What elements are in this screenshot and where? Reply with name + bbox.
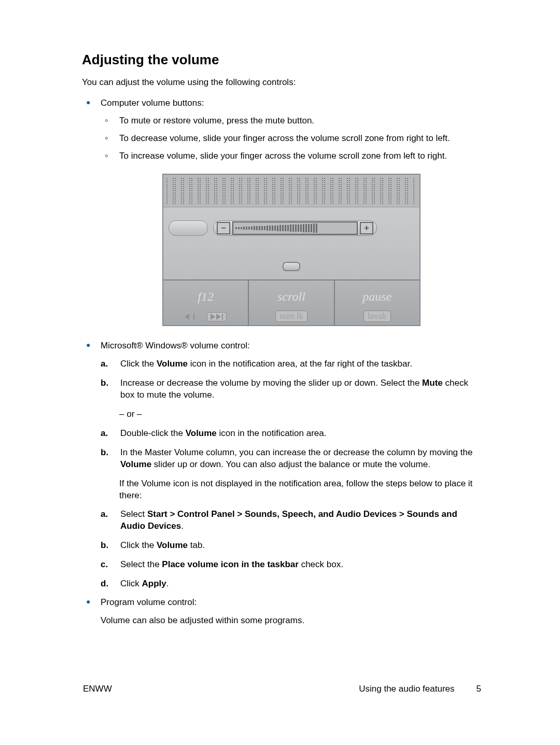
ordered-list-2: a. Double-click the Volume icon in the n… xyxy=(101,428,482,471)
sub-item: To increase volume, slide your finger ac… xyxy=(101,151,482,161)
footer-right: Using the audio features 5 xyxy=(359,684,481,694)
bullet-heading: Computer volume buttons: xyxy=(101,98,204,108)
sub-block: If the Volume icon is not displayed in t… xyxy=(101,478,482,502)
list-marker: d. xyxy=(101,578,108,590)
step-b: b. Increase or decrease the volume by mo… xyxy=(101,377,482,401)
sub-block: Volume can also be adjusted within some … xyxy=(101,615,482,627)
sub-item: To mute or restore volume, press the mut… xyxy=(101,116,482,126)
step-a: a. Select Start > Control Panel > Sounds… xyxy=(101,509,482,532)
play-icon xyxy=(216,314,221,320)
plus-icon: + xyxy=(360,222,373,234)
step-d: d. Click Apply. xyxy=(101,578,482,590)
list-marker: b. xyxy=(101,377,108,389)
footer-left: ENWW xyxy=(83,684,112,694)
minus-icon: − xyxy=(217,222,230,234)
page-footer: ENWW Using the audio features 5 xyxy=(82,684,482,694)
step-c: c. Select the Place volume icon in the t… xyxy=(101,559,482,571)
sublist-computer-buttons: To mute or restore volume, press the mut… xyxy=(101,116,482,161)
list-marker: b. xyxy=(101,540,108,552)
sub-item: To decrease volume, slide your finger ac… xyxy=(101,133,482,144)
step-a: a. Click the Volume icon in the notifica… xyxy=(101,358,482,370)
key-sublabel: break xyxy=(335,311,419,322)
control-row: − + xyxy=(163,218,419,238)
keys-row: f12 xyxy=(163,279,419,325)
body-text: Volume can also be adjusted within some … xyxy=(101,615,482,627)
bullet-computer-buttons: Computer volume buttons: To mute or rest… xyxy=(82,98,482,326)
step-b: b. In the Master Volume column, you can … xyxy=(101,447,482,471)
key-media-icons xyxy=(163,312,248,322)
key-label: pause xyxy=(335,290,419,304)
prev-icon xyxy=(185,314,189,320)
main-bullet-list: Computer volume buttons: To mute or rest… xyxy=(82,98,482,627)
step-a: a. Double-click the Volume icon in the n… xyxy=(101,428,482,440)
bullet-heading: Program volume control: xyxy=(101,597,197,607)
bar-icon xyxy=(222,314,223,320)
key-sublabel: num lk xyxy=(249,311,333,322)
play-icon xyxy=(211,314,215,320)
step-b: b. Click the Volume tab. xyxy=(101,540,482,552)
sub-block: – or – xyxy=(101,409,482,420)
bullet-heading: Microsoft® Windows® volume control: xyxy=(101,341,250,350)
bullet-windows-control: Microsoft® Windows® volume control: a. C… xyxy=(82,341,482,590)
list-marker: a. xyxy=(101,358,108,370)
illustration-container: // placeholder; columns generated below … xyxy=(101,174,482,326)
key-pause: pause break xyxy=(335,280,419,325)
ordered-list-3: a. Select Start > Control Panel > Sounds… xyxy=(101,509,482,590)
footer-page-number: 5 xyxy=(477,684,481,694)
intro-text: You can adjust the volume using the foll… xyxy=(82,77,482,88)
latch-shape xyxy=(283,262,300,271)
key-label: f12 xyxy=(163,290,248,304)
bullet-program-control: Program volume control: Volume can also … xyxy=(82,597,482,627)
list-marker: c. xyxy=(101,559,108,571)
speaker-grille: // placeholder; columns generated below … xyxy=(163,175,419,207)
bar-icon xyxy=(193,314,194,320)
ordered-list-1: a. Click the Volume icon in the notifica… xyxy=(101,358,482,401)
or-separator: – or – xyxy=(119,409,482,420)
key-f12: f12 xyxy=(163,280,249,325)
list-marker: b. xyxy=(101,447,108,459)
list-marker: a. xyxy=(101,509,108,521)
volume-scroll-zone: − + xyxy=(213,220,377,236)
list-marker: a. xyxy=(101,428,108,440)
mute-button-shape xyxy=(169,220,208,236)
note-text: If the Volume icon is not displayed in t… xyxy=(119,478,482,502)
footer-section: Using the audio features xyxy=(359,684,454,694)
scroll-ticks xyxy=(232,221,358,235)
keyboard-illustration: // placeholder; columns generated below … xyxy=(162,174,421,326)
document-page: Adjusting the volume You can adjust the … xyxy=(0,0,560,725)
page-title: Adjusting the volume xyxy=(82,52,482,68)
key-label: scroll xyxy=(249,290,333,304)
key-scroll: scroll num lk xyxy=(249,280,334,325)
